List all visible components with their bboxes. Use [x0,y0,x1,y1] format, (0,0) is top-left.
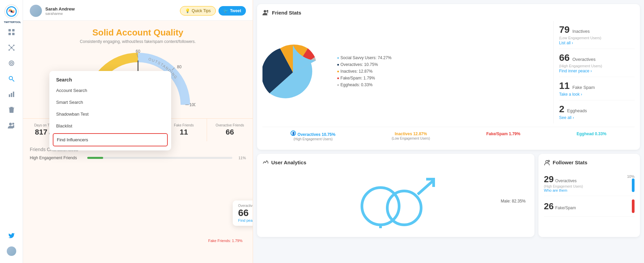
fake-friends-label: Fake Friends: 1.79% [208,239,243,243]
sidebar-item-analytics[interactable] [5,88,18,101]
friend-stats-content: ● Social Savvy Users: 74.27% ● Overactiv… [262,21,635,123]
quality-highlight: Solid [92,27,114,38]
stat-overactives: 66Overactives (High Engagement Users) Fi… [559,49,635,77]
tweet-button[interactable]: 🐦 Tweet [218,6,246,16]
pie-labels: ● Social Savvy Users: 74.27% ● Overactiv… [337,55,547,89]
follower-overactives: 29 Overactives (High Engagement Users) W… [544,171,635,196]
user-name: Sarah Andrew [45,6,180,11]
sidebar-item-twitter[interactable] [5,229,18,242]
user-handle: saraharew [45,11,180,16]
indicator-egghead: Egghead 0.33% [577,130,606,141]
bottom-indicators: 👤 Overactives 10.75% (High Engagement Us… [262,127,635,144]
stat-inactives: 79Inactives (Low Engagement Users) List … [559,21,635,49]
bottom-row: User Analytics Male: 8 [257,154,640,237]
user-avatar-small[interactable] [5,245,18,258]
svg-rect-3 [8,29,11,31]
indicator-inactive: Inactives 12.87% (Low Engagement Users) [392,130,430,141]
sidebar-item-users[interactable] [5,119,18,132]
svg-line-45 [418,181,433,194]
svg-text:100: 100 [189,102,195,107]
pie-label-egghead: ● Eggheads: 0.33% [337,82,547,87]
stats-numbers: 79Inactives (Low Engagement Users) List … [553,21,635,123]
user-analytics-title: User Analytics [262,159,529,165]
svg-point-44 [387,191,421,225]
stat-fake-spam: 11Fake Spam Take a look › [559,77,635,100]
progress-bar-high-engagement [87,157,232,159]
search-item-account[interactable]: Account Search [49,85,171,96]
list-all-link[interactable]: List all › [559,41,635,45]
follower-fake-spam: 26 Fake/Spam [544,196,635,217]
who-are-them-link[interactable]: Who are them [544,188,583,192]
quality-subtitle: Consistently engaging, without/less fake… [33,39,243,44]
quality-title: Solid Account Quality [33,27,243,38]
search-item-shadowban[interactable]: Shadowban Test [49,108,171,120]
indicator-overactive: 👤 Overactives 10.75% (High Engagement Us… [291,130,336,141]
gender-area: Male: 82.35% [262,171,529,232]
svg-point-47 [548,160,550,162]
svg-text:👤: 👤 [292,132,296,136]
follower-bar-fake [632,199,635,213]
user-analytics-card: User Analytics Male: 8 [257,154,534,237]
friend-stats-title: Friend Stats [262,9,635,16]
pie-chart [262,42,330,103]
pie-label-social: ● Social Savvy Users: 74.27% [337,55,547,60]
overactive-friends-box: Overactive Friends 66 Find peace [233,200,253,226]
stat-eggheads: 2Eggheads See all › [559,100,635,123]
svg-rect-20 [9,94,10,97]
find-peace-link[interactable]: Find peace [238,218,253,222]
follower-bar-overactive [632,178,635,192]
svg-rect-4 [12,29,15,31]
sidebar-item-network[interactable] [5,41,18,54]
svg-point-2 [10,10,13,13]
header-buttons: 💡 Quick Tips 🐦 Tweet [180,6,246,16]
sidebar: TWITTERTOOL [0,0,23,263]
svg-point-23 [9,123,12,125]
stat-overactive: Overactive Friends 66 [207,119,253,141]
svg-line-14 [9,48,12,50]
pie-label-inactive: ● Inactives: 12.87% [337,69,547,74]
svg-rect-21 [11,93,12,97]
male-pct-label: Male: 82.35% [501,199,526,204]
svg-line-15 [12,48,14,50]
sidebar-item-circle[interactable] [5,57,18,70]
twitter-icon-btn: 🐦 [223,8,228,13]
user-info: Sarah Andrew saraharew [45,6,180,16]
search-dropdown: Search Account Search Smart Search Shado… [49,71,171,150]
quick-tips-button[interactable]: 💡 Quick Tips [180,6,216,16]
search-item-smart[interactable]: Smart Search [49,96,171,108]
svg-line-12 [9,45,12,48]
app-name: TWITTERTOOL [4,21,19,23]
lightbulb-icon: 💡 [185,8,190,13]
svg-rect-6 [12,33,15,35]
svg-line-19 [12,80,14,82]
pie-label-overactive: ● Overactives: 10.75% [337,62,547,67]
left-panel: Sarah Andrew saraharew 💡 Quick Tips 🐦 Tw… [23,0,253,263]
progress-row: High Engagement Friends 11% [30,156,246,160]
panel-header: Sarah Andrew saraharew 💡 Quick Tips 🐦 Tw… [23,0,253,21]
sidebar-item-grid[interactable] [5,26,18,39]
search-item-influencers[interactable]: Find Influencers [53,133,168,146]
svg-point-17 [10,62,13,64]
see-all-link[interactable]: See all › [559,115,635,120]
svg-rect-22 [13,92,14,97]
sidebar-item-trash[interactable] [5,103,18,116]
app-logo[interactable]: TWITTERTOOL [4,4,19,19]
svg-point-38 [267,10,268,12]
take-a-look-link[interactable]: Take a look › [559,92,635,97]
avatar [30,5,42,17]
svg-point-37 [264,10,266,13]
sidebar-bottom [5,228,18,259]
svg-rect-5 [8,33,11,35]
follower-stats-title: Follower Stats [544,159,635,165]
sidebar-item-search[interactable] [5,72,18,85]
friend-stats-card: Friend Stats [257,4,640,150]
indicator-fake: Fake/Spam 1.79% [486,130,521,141]
find-inner-peace-link[interactable]: Find inner peace › [559,69,635,73]
svg-text:60: 60 [136,49,140,54]
svg-point-18 [9,76,13,80]
dropdown-header: Search [49,74,171,85]
search-item-blacklist[interactable]: Blacklist [49,120,171,132]
svg-text:80: 80 [177,65,182,69]
pie-label-fake: ● Fake/Spam: 1.79% [337,76,547,80]
svg-line-13 [12,45,14,48]
